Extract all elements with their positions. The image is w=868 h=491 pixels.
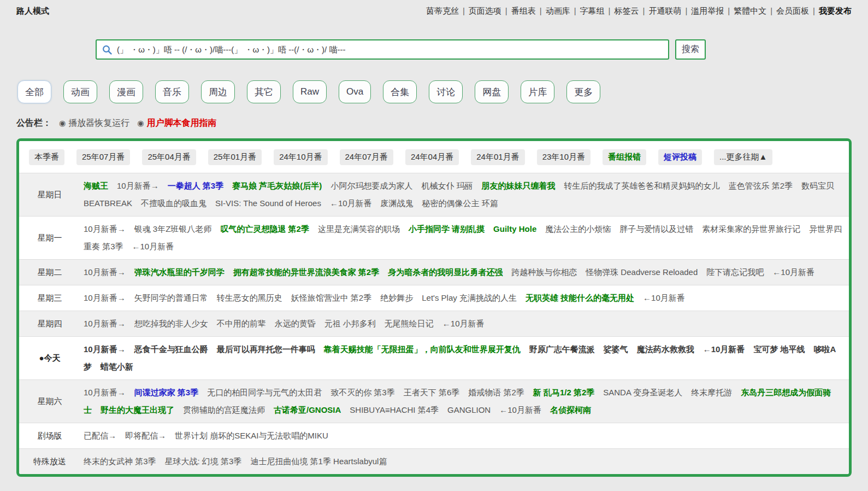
anime-link[interactable]: 一拳超人 第3季: [168, 181, 224, 190]
anime-link[interactable]: 10月新番→: [84, 267, 126, 277]
anime-link[interactable]: ←10月新番: [442, 319, 485, 328]
anime-link[interactable]: 弹珠汽水瓶里的千岁同学: [134, 267, 225, 277]
schedule-tab-11[interactable]: ...更多往期▲: [714, 149, 772, 165]
anime-link[interactable]: 10月新番→: [84, 388, 126, 397]
anime-link[interactable]: 10月新番→: [84, 344, 126, 354]
topbar-link-1[interactable]: 页面选项: [469, 6, 501, 15]
anime-link[interactable]: 10月新番→: [84, 293, 126, 302]
anime-link[interactable]: 最后可以再拜托您一件事吗: [217, 344, 315, 354]
category-pill-7[interactable]: Ova: [339, 80, 371, 103]
anime-link[interactable]: Guilty Hole: [493, 224, 536, 233]
anime-link[interactable]: 古诺希亚/GNOSIA: [274, 405, 341, 414]
category-pill-9[interactable]: 讨论: [429, 80, 463, 103]
anime-link[interactable]: 这里是充满笑容的职场: [318, 224, 400, 233]
anime-link[interactable]: 魔法药水救救我: [637, 344, 694, 354]
anime-link[interactable]: 小阿尔玛想要成为家人: [330, 181, 412, 190]
anime-link[interactable]: 无口的柏田同学与元气的太田君: [207, 388, 322, 397]
announcement-link-0[interactable]: ◉播放器恢复运行: [59, 118, 129, 129]
anime-link[interactable]: 世界计划 崩坏的SEKAI与无法歌唱的MIKU: [175, 431, 328, 440]
anime-link[interactable]: ←10月新番: [772, 267, 814, 277]
anime-link[interactable]: 小手指同学 请别乱摸: [409, 224, 485, 233]
anime-link[interactable]: 怪物弹珠 Deadverse Reloaded: [586, 267, 698, 277]
anime-link[interactable]: 致不灭的你 第3季: [330, 388, 395, 397]
anime-link[interactable]: 靠着天赐技能「无限扭蛋」，向前队友和世界展开复仇: [324, 344, 521, 354]
anime-link[interactable]: 无职英雄 技能什么的毫无用处: [525, 293, 634, 302]
anime-link[interactable]: 不擅吸血的吸血鬼: [141, 198, 206, 208]
schedule-tab-3[interactable]: 25年01月番: [208, 149, 262, 165]
anime-link[interactable]: 永远的黄昏: [275, 319, 316, 328]
topbar-link-8[interactable]: 繁體中文: [734, 6, 766, 15]
category-pill-5[interactable]: 其它: [247, 80, 281, 103]
anime-link[interactable]: 蓝色管弦乐 第2季: [729, 181, 793, 190]
anime-link[interactable]: 宝可梦 地平线: [753, 344, 805, 354]
anime-link[interactable]: 身为暗杀者的我明显比勇者还强: [388, 267, 503, 277]
anime-link[interactable]: 10月新番→: [117, 181, 159, 190]
anime-link[interactable]: SHIBUYA≡HACHI 第4季: [350, 405, 439, 414]
anime-link[interactable]: 机械女仆 玛丽: [421, 181, 473, 190]
anime-link[interactable]: ←10月新番: [643, 293, 685, 302]
anime-link[interactable]: 迪士尼扭曲仙境 第1季 Heartslabyul篇: [250, 457, 387, 466]
anime-link[interactable]: ←10月新番: [703, 344, 745, 354]
anime-link[interactable]: 转生后的我成了英雄爸爸和精灵妈妈的女儿: [564, 181, 720, 190]
anime-link[interactable]: SANDA 变身圣诞老人: [603, 388, 682, 397]
anime-link[interactable]: SI-VIS: The Sound of Heroes: [215, 198, 321, 208]
schedule-tab-6[interactable]: 24年04月番: [405, 149, 459, 165]
announcement-link-1[interactable]: ◉用户脚本食用指南: [137, 118, 216, 129]
schedule-tab-2[interactable]: 25年04月番: [142, 149, 196, 165]
category-pill-2[interactable]: 漫画: [109, 80, 143, 103]
anime-link[interactable]: 朋友的妹妹只缠着我: [482, 181, 556, 190]
topbar-link-3[interactable]: 动画库: [546, 6, 570, 15]
anime-link[interactable]: 素材采集家的异世界旅行记: [702, 224, 800, 233]
anime-link[interactable]: 叹气的亡灵想隐退 第2季: [220, 224, 309, 233]
anime-link[interactable]: 转生恶女的黑历史: [217, 293, 282, 302]
anime-link[interactable]: 不中用的前辈: [217, 319, 266, 328]
anime-link[interactable]: 野原广志午餐流派: [529, 344, 595, 354]
anime-link[interactable]: 跨越种族与你相恋: [511, 267, 577, 277]
anime-link[interactable]: 恶食千金与狂血公爵: [134, 344, 208, 354]
category-pill-6[interactable]: Raw: [293, 80, 327, 103]
anime-link[interactable]: 秘密的偶像公主 环篇: [422, 198, 498, 208]
anime-link[interactable]: 无尾熊绘日记: [385, 319, 434, 328]
anime-link[interactable]: GANGLION: [447, 405, 491, 414]
anime-link[interactable]: 10月新番→: [84, 319, 126, 328]
anime-link[interactable]: 矢野同学的普通日常: [134, 293, 208, 302]
category-pill-10[interactable]: 网盘: [475, 80, 509, 103]
anime-link[interactable]: 10月新番→: [84, 224, 126, 233]
anime-link[interactable]: 陛下请忘记我吧: [706, 267, 764, 277]
anime-link[interactable]: 海贼王: [84, 181, 108, 190]
anime-link[interactable]: 胖子与爱情以及过错: [619, 224, 693, 233]
schedule-tab-10[interactable]: 短评投稿: [658, 149, 702, 165]
topbar-link-10[interactable]: 我要发布: [819, 6, 852, 15]
anime-link[interactable]: 野生的大魔王出现了: [101, 405, 174, 414]
anime-link[interactable]: 娑婆气: [604, 344, 628, 354]
search-button[interactable]: 搜索: [675, 39, 706, 60]
anime-link[interactable]: 终末的女武神 第3季: [84, 457, 156, 466]
topbar-link-6[interactable]: 开通联萌: [648, 6, 681, 15]
anime-link[interactable]: 想吃掉我的非人少女: [134, 319, 208, 328]
anime-link[interactable]: 间谍过家家 第3季: [134, 388, 199, 397]
topbar-link-5[interactable]: 标签云: [614, 6, 639, 15]
schedule-tab-1[interactable]: 25年07月番: [76, 149, 130, 165]
topbar-link-0[interactable]: 茵蒂克丝: [426, 6, 459, 15]
category-pill-11[interactable]: 片库: [521, 80, 554, 103]
anime-link[interactable]: 妖怪旅馆营业中 第2季: [291, 293, 372, 302]
anime-link[interactable]: 蜡笔小新: [101, 362, 133, 371]
category-pill-1[interactable]: 动画: [63, 80, 97, 103]
anime-link[interactable]: ←10月新番: [499, 405, 541, 414]
anime-link[interactable]: 已配信→: [84, 431, 116, 440]
anime-link[interactable]: 即将配信→: [125, 431, 166, 440]
anime-link[interactable]: 终末摩托游: [691, 388, 732, 397]
category-pill-3[interactable]: 音乐: [155, 80, 189, 103]
anime-link[interactable]: 名侦探柯南: [550, 405, 591, 414]
anime-link[interactable]: 赛马娘 芦毛灰姑娘(后半): [232, 181, 322, 190]
anime-link[interactable]: 魔法公主的小烦恼: [545, 224, 611, 233]
anime-link[interactable]: 王者天下 第6季: [404, 388, 460, 397]
schedule-tab-7[interactable]: 24年01月番: [471, 149, 524, 165]
anime-link[interactable]: ←10月新番: [132, 242, 174, 251]
category-pill-0[interactable]: 全部: [17, 80, 51, 103]
schedule-tab-9[interactable]: 番组报错: [603, 149, 646, 165]
category-pill-12[interactable]: 更多: [566, 80, 600, 103]
anime-link[interactable]: 银魂 3年Z班银八老师: [134, 224, 212, 233]
anime-link[interactable]: 新 乱马1/2 第2季: [533, 388, 595, 397]
anime-link[interactable]: 拥有超常技能的异世界流浪美食家 第2季: [233, 267, 380, 277]
